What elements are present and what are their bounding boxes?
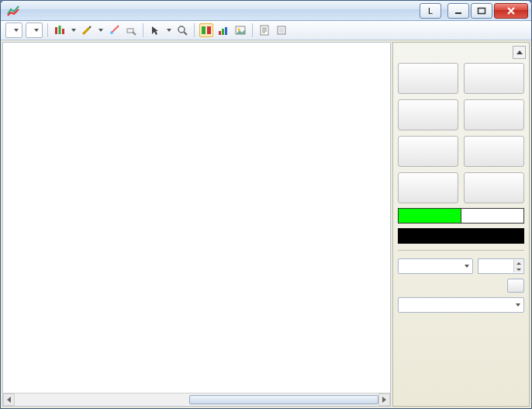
image-icon[interactable]: [233, 23, 247, 37]
minimize-button[interactable]: [447, 3, 469, 19]
horizontal-scrollbar[interactable]: [3, 393, 390, 406]
sell-market-button[interactable]: [464, 63, 524, 94]
draw-tool-icon[interactable]: [80, 23, 94, 37]
qty-input[interactable]: [478, 258, 524, 274]
sell-bid-button[interactable]: [464, 136, 524, 167]
svg-rect-12: [222, 29, 224, 35]
atm-config-button[interactable]: [507, 279, 524, 293]
scroll-thumb[interactable]: [189, 395, 378, 404]
format-icon[interactable]: [275, 23, 288, 37]
svg-rect-3: [59, 26, 61, 34]
link-button[interactable]: L: [420, 3, 441, 19]
toolbar: [1, 21, 531, 40]
chart-trader-icon[interactable]: [199, 23, 213, 37]
buy-market-button[interactable]: [398, 63, 458, 94]
svg-rect-9: [202, 26, 206, 34]
app-icon: [7, 5, 19, 17]
chart-area[interactable]: [3, 43, 390, 393]
sell-ask-button[interactable]: [464, 99, 524, 130]
cursor-icon[interactable]: [148, 23, 162, 37]
svg-rect-10: [207, 26, 211, 34]
rev-button[interactable]: [398, 172, 458, 203]
app-window: L: [0, 0, 532, 409]
atm-strategy-combo[interactable]: [398, 297, 524, 313]
buy-bid-button[interactable]: [398, 136, 458, 167]
scroll-left-arrow[interactable]: [3, 393, 15, 406]
close-button[interactable]: [494, 3, 528, 19]
bar-style-icon[interactable]: [53, 23, 67, 37]
position-pl-box: [398, 228, 524, 244]
titlebar[interactable]: L: [1, 1, 531, 21]
chart-trader-panel: [392, 42, 530, 407]
svg-rect-16: [261, 26, 268, 35]
buy-ask-button[interactable]: [398, 99, 458, 130]
svg-rect-4: [62, 29, 64, 34]
svg-rect-11: [219, 31, 221, 35]
account-combo[interactable]: [398, 258, 473, 274]
chart-pane: [2, 42, 391, 407]
indicator-icon[interactable]: [107, 23, 121, 37]
zoom-in-icon[interactable]: [175, 23, 189, 37]
data-series-icon[interactable]: [216, 23, 230, 37]
properties-icon[interactable]: [257, 23, 271, 37]
svg-point-6: [117, 26, 119, 28]
instrument-combo[interactable]: [5, 23, 22, 38]
bar-style-dropdown[interactable]: [70, 29, 77, 32]
svg-rect-0: [455, 12, 461, 14]
svg-rect-13: [225, 27, 227, 35]
maximize-button[interactable]: [471, 3, 492, 19]
scroll-right-arrow[interactable]: [378, 393, 390, 406]
position-price-box: [461, 208, 524, 224]
draw-tool-dropdown[interactable]: [97, 29, 104, 32]
close-position-button[interactable]: [464, 172, 524, 203]
panel-scroll-up[interactable]: [513, 46, 526, 59]
svg-rect-18: [279, 28, 284, 33]
interval-combo[interactable]: [26, 23, 43, 38]
zoom-tool-icon[interactable]: [124, 23, 138, 37]
cursor-dropdown[interactable]: [165, 29, 172, 32]
svg-rect-2: [55, 27, 57, 34]
svg-rect-1: [478, 8, 485, 13]
svg-point-8: [178, 26, 185, 33]
position-qty-box: [398, 208, 461, 224]
